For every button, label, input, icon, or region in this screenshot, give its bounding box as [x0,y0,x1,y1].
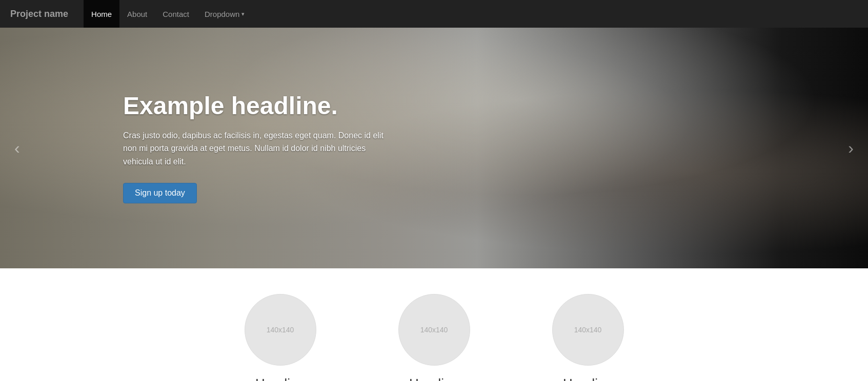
carousel-text: Cras justo odio, dapibus ac facilisis in… [123,129,390,168]
col-heading-2: Heading [409,376,459,381]
carousel-next-button[interactable]: › [839,134,863,163]
nav-item-dropdown[interactable]: Dropdown ▾ [197,0,252,28]
content-col-3: 140x140 Heading [532,294,644,381]
navbar-brand[interactable]: Project name [10,1,68,27]
signup-button[interactable]: Sign up today [123,183,197,203]
col-heading-3: Heading [563,376,613,381]
content-section: 140x140 Heading 140x140 Heading 140x140 … [0,268,868,381]
navbar: Project name Home About Contact Dropdown… [0,0,868,28]
carousel: Example headline. Cras justo odio, dapib… [0,28,868,268]
carousel-prev-button[interactable]: ‹ [5,134,29,163]
content-col-2: 140x140 Heading [378,294,491,381]
nav-item-about[interactable]: About [119,0,155,28]
carousel-content: Example headline. Cras justo odio, dapib… [123,93,390,203]
carousel-headline: Example headline. [123,93,390,120]
nav-item-home[interactable]: Home [84,0,119,28]
thumbnail-circle-2: 140x140 [398,294,470,366]
col-heading-1: Heading [255,376,305,381]
nav-item-contact[interactable]: Contact [155,0,197,28]
nav-links: Home About Contact Dropdown ▾ [84,0,252,28]
thumbnail-circle-3: 140x140 [552,294,624,366]
content-col-1: 140x140 Heading [224,294,337,381]
chevron-down-icon: ▾ [241,11,245,17]
thumbnail-circle-1: 140x140 [245,294,316,366]
